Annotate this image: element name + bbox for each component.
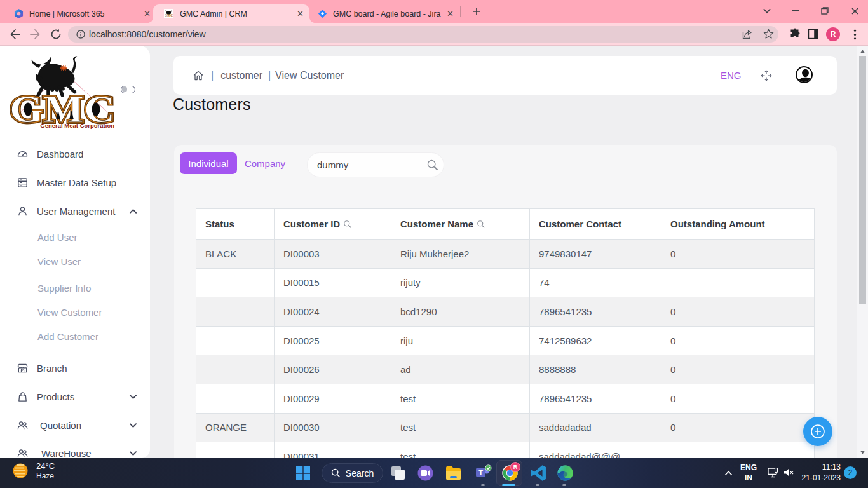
- svg-text:T: T: [478, 469, 483, 477]
- svg-text:General Meat Corporation: General Meat Corporation: [40, 122, 114, 129]
- svg-text:GMC: GMC: [165, 13, 173, 17]
